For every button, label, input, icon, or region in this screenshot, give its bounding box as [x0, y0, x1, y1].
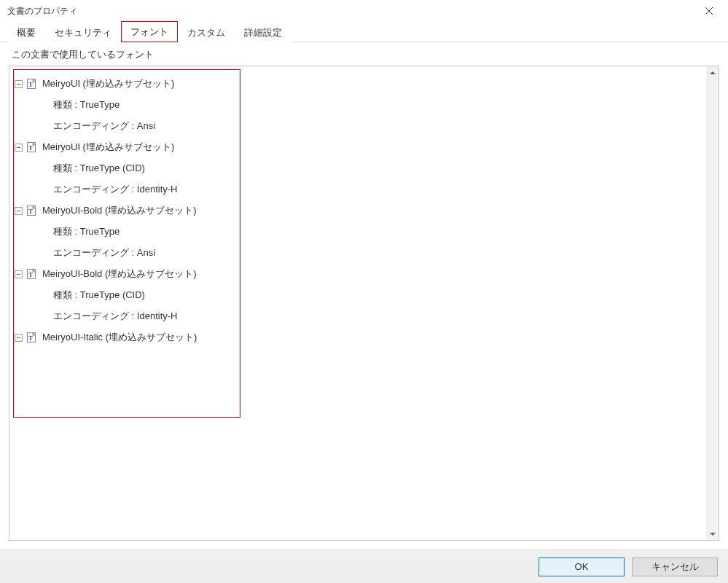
chevron-down-icon [710, 531, 716, 537]
collapse-toggle[interactable] [15, 270, 23, 278]
fonts-group-label: この文書で使用しているフォント [9, 45, 719, 66]
titlebar: 文書のプロパティ [0, 0, 728, 22]
collapse-toggle[interactable] [15, 144, 23, 152]
font-node[interactable]: T MeiryoUI-Bold (埋め込みサブセット) [12, 266, 703, 282]
collapse-toggle[interactable] [15, 334, 23, 342]
tab-content: この文書で使用しているフォント T MeiryoUI (埋め込みサブセット)種類… [0, 42, 728, 549]
dialog-footer: OK キャンセル [0, 549, 728, 583]
font-node[interactable]: T MeiryoUI (埋め込みサブセット) [12, 76, 703, 92]
font-type-row: 種類 : TrueType [53, 224, 703, 240]
scroll-down-button[interactable] [706, 528, 719, 540]
tab-summary[interactable]: 概要 [7, 22, 45, 42]
dialog-title: 文書のプロパティ [4, 5, 694, 17]
font-type-row: 種類 : TrueType (CID) [53, 287, 703, 303]
collapse-toggle[interactable] [15, 207, 23, 215]
font-encoding-row: エンコーディング : Ansi [53, 118, 703, 134]
svg-text:T: T [28, 144, 33, 152]
vertical-scrollbar[interactable] [706, 66, 719, 540]
font-file-icon: T [26, 205, 38, 216]
font-node[interactable]: T MeiryoUI-Bold (埋め込みサブセット) [12, 203, 703, 219]
svg-text:T: T [28, 334, 33, 342]
close-button[interactable] [694, 0, 724, 22]
font-type-row: 種類 : TrueType [53, 97, 703, 113]
font-type-row: 種類 : TrueType (CID) [53, 160, 703, 176]
font-node[interactable]: T MeiryoUI (埋め込みサブセット) [12, 139, 703, 155]
font-name: MeiryoUI (埋め込みサブセット) [42, 77, 174, 90]
font-name: MeiryoUI (埋め込みサブセット) [42, 141, 174, 154]
chevron-up-icon [710, 70, 716, 76]
font-encoding-row: エンコーディング : Ansi [53, 245, 703, 261]
tab-fonts[interactable]: フォント [121, 21, 178, 42]
ok-button[interactable]: OK [539, 557, 625, 576]
svg-text:T: T [28, 271, 33, 278]
font-file-icon: T [26, 141, 38, 153]
collapse-toggle[interactable] [15, 80, 23, 88]
font-file-icon: T [26, 332, 38, 343]
close-icon [705, 7, 713, 15]
font-name: MeiryoUI-Italic (埋め込みサブセット) [42, 331, 197, 344]
svg-text:T: T [28, 208, 33, 215]
font-encoding-row: エンコーディング : Identity-H [53, 308, 703, 324]
tab-bar: 概要 セキュリティ フォント カスタム 詳細設定 [0, 22, 728, 42]
document-properties-dialog: 文書のプロパティ 概要 セキュリティ フォント カスタム 詳細設定 この文書で使… [0, 0, 728, 583]
font-name: MeiryoUI-Bold (埋め込みサブセット) [42, 204, 197, 217]
font-file-icon: T [26, 268, 38, 280]
font-node[interactable]: T MeiryoUI-Italic (埋め込みサブセット) [12, 329, 703, 345]
font-encoding-row: エンコーディング : Identity-H [53, 181, 703, 197]
font-file-icon: T [26, 78, 38, 90]
svg-text:T: T [28, 81, 33, 88]
fonts-tree-container: T MeiryoUI (埋め込みサブセット)種類 : TrueTypeエンコーデ… [9, 66, 719, 541]
tab-security[interactable]: セキュリティ [45, 22, 121, 42]
font-name: MeiryoUI-Bold (埋め込みサブセット) [42, 267, 197, 281]
cancel-button[interactable]: キャンセル [632, 557, 718, 576]
tab-advanced[interactable]: 詳細設定 [235, 22, 291, 42]
fonts-tree[interactable]: T MeiryoUI (埋め込みサブセット)種類 : TrueTypeエンコーデ… [9, 66, 706, 540]
tab-custom[interactable]: カスタム [178, 22, 235, 42]
scroll-up-button[interactable] [706, 66, 719, 79]
